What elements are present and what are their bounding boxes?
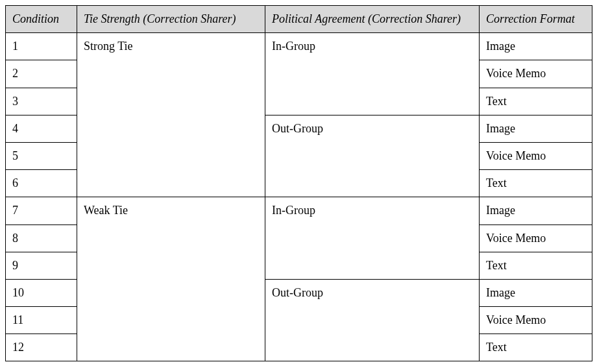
cell-condition: 5 [6, 142, 77, 169]
cell-format: Image [480, 197, 592, 224]
table-row: 1 Strong Tie In-Group Image [6, 33, 592, 60]
cell-condition: 8 [6, 224, 77, 252]
cell-format: Text [480, 88, 592, 115]
cell-format: Voice Memo [480, 60, 592, 88]
cell-tie-strength: Strong Tie [77, 33, 265, 197]
cell-format: Text [480, 170, 592, 197]
conditions-table: Condition Tie Strength (Correction Share… [5, 5, 592, 361]
cell-agreement: In-Group [265, 197, 480, 280]
cell-condition: 1 [6, 33, 77, 60]
cell-condition: 9 [6, 252, 77, 279]
cell-agreement: Out-Group [265, 279, 480, 361]
header-tie-strength: Tie Strength (Correction Sharer) [77, 6, 265, 33]
cell-condition: 2 [6, 60, 77, 88]
cell-condition: 7 [6, 197, 77, 224]
cell-condition: 10 [6, 279, 77, 306]
cell-format: Voice Memo [480, 142, 592, 169]
cell-agreement: In-Group [265, 33, 480, 115]
cell-condition: 4 [6, 115, 77, 142]
cell-format: Voice Memo [480, 307, 592, 334]
cell-condition: 11 [6, 307, 77, 334]
cell-condition: 12 [6, 334, 77, 361]
cell-format: Image [480, 33, 592, 60]
cell-condition: 3 [6, 88, 77, 115]
table-row: 7 Weak Tie In-Group Image [6, 197, 592, 224]
cell-format: Text [480, 334, 592, 361]
cell-tie-strength: Weak Tie [77, 197, 265, 361]
table-header-row: Condition Tie Strength (Correction Share… [6, 6, 592, 33]
cell-format: Voice Memo [480, 224, 592, 252]
header-condition: Condition [6, 6, 77, 33]
cell-format: Image [480, 279, 592, 306]
cell-format: Image [480, 115, 592, 142]
cell-agreement: Out-Group [265, 115, 480, 197]
header-correction-format: Correction Format [480, 6, 592, 33]
cell-condition: 6 [6, 170, 77, 197]
header-political-agreement: Political Agreement (Correction Sharer) [265, 6, 480, 33]
cell-format: Text [480, 252, 592, 279]
